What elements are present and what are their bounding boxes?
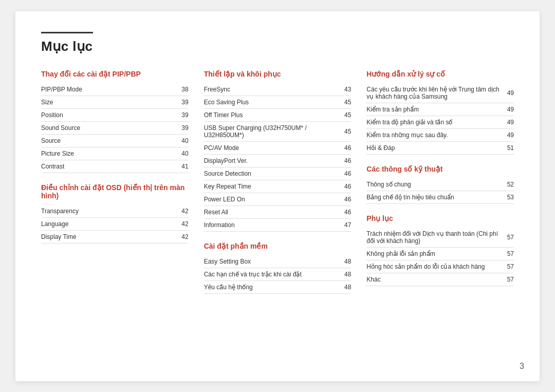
toc-num: 38 bbox=[176, 86, 189, 93]
toc-label: Kiểm tra sản phẩm bbox=[366, 106, 501, 113]
toc-label: FreeSync bbox=[204, 86, 339, 93]
toc-rows-setup: FreeSync 43 Eco Saving Plus 45 Off Timer… bbox=[204, 83, 351, 232]
toc-row: Transparency 42 bbox=[41, 205, 189, 218]
toc-label: Hỏng hóc sản phẩm do lỗi của khách hàng bbox=[366, 263, 501, 270]
toc-num: 57 bbox=[501, 234, 514, 241]
toc-row: Source Detection 46 bbox=[204, 167, 351, 180]
title-block: Mục lục bbox=[41, 32, 93, 54]
toc-num: 42 bbox=[176, 233, 189, 240]
toc-label: Thông số chung bbox=[366, 181, 501, 188]
toc-num: 46 bbox=[338, 170, 351, 177]
toc-row: Kiểm tra độ phân giải và tần số 49 bbox=[366, 116, 514, 129]
toc-num: 57 bbox=[501, 250, 514, 257]
toc-num: 48 bbox=[338, 284, 351, 291]
toc-label: Các yêu cầu trước khi liên hệ với Trung … bbox=[366, 86, 501, 100]
toc-num: 39 bbox=[176, 111, 189, 119]
toc-num: 53 bbox=[501, 194, 514, 201]
page: Mục lục Thay đổi các cài đặt PIP/PBP PIP… bbox=[15, 11, 540, 381]
toc-rows-specs: Thông số chung 52 Bảng chế độ tín hiệu t… bbox=[366, 178, 514, 204]
toc-num: 46 bbox=[338, 196, 351, 203]
toc-row: Bảng chế độ tín hiệu tiêu chuẩn 53 bbox=[366, 191, 514, 204]
section-troubleshoot: Hướng dẫn xử lý sự cố Các yêu cầu trước … bbox=[366, 70, 514, 155]
toc-row: Reset All 46 bbox=[204, 206, 351, 219]
toc-num: 46 bbox=[338, 209, 351, 216]
toc-num: 42 bbox=[176, 220, 189, 228]
toc-num: 52 bbox=[501, 181, 514, 188]
toc-row: Trách nhiệm đối với Dịch vụ thanh toán (… bbox=[366, 228, 514, 248]
section-setup: Thiết lập và khôi phục FreeSync 43 Eco S… bbox=[204, 70, 351, 232]
toc-label: Khác bbox=[366, 276, 501, 283]
section-title-specs: Các thông số kỹ thuật bbox=[366, 165, 514, 173]
toc-row: Sound Source 39 bbox=[41, 122, 189, 135]
toc-label: Các hạn chế và trục trặc khi cài đặt bbox=[204, 271, 339, 278]
toc-label: Kiểm tra những mục sau đây. bbox=[366, 132, 501, 139]
toc-num: 46 bbox=[338, 144, 351, 152]
toc-columns: Thay đổi các cài đặt PIP/PBP PIP/PBP Mod… bbox=[41, 70, 514, 304]
toc-num: 49 bbox=[501, 132, 514, 139]
toc-label: Source bbox=[41, 137, 176, 144]
toc-rows-pip: PIP/PBP Mode 38 Size 39 Position 39 Soun… bbox=[41, 83, 189, 173]
toc-row: Không phải lỗi sản phẩm 57 bbox=[366, 248, 514, 260]
toc-row: Information 47 bbox=[204, 219, 351, 232]
section-title-osd: Điều chỉnh cài đặt OSD (hiển thị trên mà… bbox=[41, 183, 189, 200]
toc-num: 41 bbox=[176, 163, 189, 170]
toc-row: Hỏi & Đáp 51 bbox=[366, 142, 514, 155]
section-osd: Điều chỉnh cài đặt OSD (hiển thị trên mà… bbox=[41, 183, 189, 244]
toc-num: 46 bbox=[338, 183, 351, 190]
toc-row: Kiểm tra những mục sau đây. 49 bbox=[366, 129, 514, 142]
toc-num: 49 bbox=[501, 89, 514, 97]
toc-rows-software: Easy Setting Box 48 Các hạn chế và trục … bbox=[204, 255, 351, 294]
toc-row: Các hạn chế và trục trặc khi cài đặt 48 bbox=[204, 268, 351, 281]
toc-row: Yêu cầu hệ thống 48 bbox=[204, 281, 351, 294]
toc-num: 45 bbox=[338, 128, 351, 135]
toc-num: 48 bbox=[338, 271, 351, 278]
toc-row: Các yêu cầu trước khi liên hệ với Trung … bbox=[366, 83, 514, 103]
toc-label: PIP/PBP Mode bbox=[41, 86, 176, 93]
toc-label: USB Super Charging (U32H750UM* / U32H850… bbox=[204, 124, 339, 139]
toc-label: Trách nhiệm đối với Dịch vụ thanh toán (… bbox=[366, 230, 501, 245]
section-title-pip: Thay đổi các cài đặt PIP/PBP bbox=[41, 70, 189, 78]
column-1: Thay đổi các cài đặt PIP/PBP PIP/PBP Mod… bbox=[41, 70, 204, 304]
section-software: Cài đặt phần mềm Easy Setting Box 48 Các… bbox=[204, 242, 351, 294]
toc-row: USB Super Charging (U32H750UM* / U32H850… bbox=[204, 122, 351, 142]
toc-row: Contrast 41 bbox=[41, 160, 189, 173]
section-title-setup: Thiết lập và khôi phục bbox=[204, 70, 351, 78]
toc-num: 46 bbox=[338, 157, 351, 164]
toc-row: Thông số chung 52 bbox=[366, 178, 514, 191]
toc-label: Không phải lỗi sản phẩm bbox=[366, 250, 501, 257]
toc-row: Easy Setting Box 48 bbox=[204, 255, 351, 268]
toc-num: 40 bbox=[176, 137, 189, 144]
section-pip-pbp: Thay đổi các cài đặt PIP/PBP PIP/PBP Mod… bbox=[41, 70, 189, 173]
toc-row: Power LED On 46 bbox=[204, 193, 351, 206]
section-title-software: Cài đặt phần mềm bbox=[204, 242, 351, 250]
section-title-troubleshoot: Hướng dẫn xử lý sự cố bbox=[366, 70, 514, 78]
toc-num: 45 bbox=[338, 111, 351, 119]
toc-label: Power LED On bbox=[204, 196, 339, 203]
page-number: 3 bbox=[520, 362, 524, 371]
toc-num: 49 bbox=[501, 106, 514, 113]
toc-label: Reset All bbox=[204, 209, 339, 216]
toc-label: Key Repeat Time bbox=[204, 183, 339, 190]
toc-row: PIP/PBP Mode 38 bbox=[41, 83, 189, 96]
toc-row: FreeSync 43 bbox=[204, 83, 351, 96]
toc-num: 42 bbox=[176, 208, 189, 215]
toc-label: DisplayPort Ver. bbox=[204, 157, 339, 164]
section-title-appendix: Phụ lục bbox=[366, 214, 514, 222]
toc-label: Easy Setting Box bbox=[204, 258, 339, 265]
toc-label: Transparency bbox=[41, 208, 176, 215]
toc-row: Hỏng hóc sản phẩm do lỗi của khách hàng … bbox=[366, 260, 514, 273]
column-3: Hướng dẫn xử lý sự cố Các yêu cầu trước … bbox=[366, 70, 514, 304]
toc-label: PC/AV Mode bbox=[204, 144, 339, 152]
toc-num: 47 bbox=[338, 221, 351, 229]
toc-row: Kiểm tra sản phẩm 49 bbox=[366, 103, 514, 116]
section-appendix: Phụ lục Trách nhiệm đối với Dịch vụ than… bbox=[366, 214, 514, 286]
toc-row: Eco Saving Plus 45 bbox=[204, 96, 351, 109]
toc-num: 40 bbox=[176, 150, 189, 157]
toc-label: Size bbox=[41, 99, 176, 106]
toc-rows-troubleshoot: Các yêu cầu trước khi liên hệ với Trung … bbox=[366, 83, 514, 155]
toc-num: 43 bbox=[338, 86, 351, 93]
column-2: Thiết lập và khôi phục FreeSync 43 Eco S… bbox=[204, 70, 367, 304]
toc-row: Khác 57 bbox=[366, 273, 514, 286]
toc-label: Hỏi & Đáp bbox=[366, 144, 501, 152]
toc-label: Yêu cầu hệ thống bbox=[204, 284, 339, 291]
